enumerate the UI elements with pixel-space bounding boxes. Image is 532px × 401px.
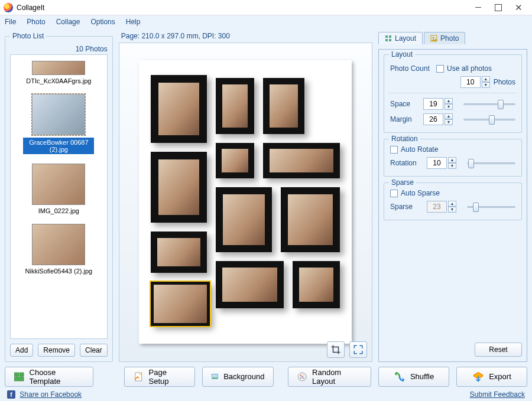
margin-input[interactable] [423, 113, 443, 125]
rotation-input[interactable] [427, 157, 447, 169]
spin-down-button[interactable]: ▼ [445, 119, 453, 125]
auto-sparse-checkbox[interactable]: Auto Sparse [390, 189, 515, 197]
window-title: CollageIt [17, 4, 44, 12]
shuffle-label: Shuffle [410, 372, 434, 381]
list-item[interactable]: GraceBowker 00687 (2).jpg [11, 90, 107, 160]
frame-photo [270, 149, 333, 172]
menu-help[interactable]: Help [126, 18, 141, 26]
photo-count-input[interactable] [460, 76, 481, 88]
frame-photo [222, 84, 248, 128]
spin-up-button: ▲ [448, 201, 456, 207]
photo-list-legend: Photo List [10, 32, 46, 40]
collage-frame[interactable] [293, 261, 340, 308]
thumbnail-image [32, 164, 85, 205]
spin-up-button[interactable]: ▲ [445, 113, 453, 119]
spin-down-button[interactable]: ▼ [448, 163, 456, 169]
spin-down-button[interactable]: ▼ [482, 82, 490, 88]
menu-options[interactable]: Options [90, 18, 115, 26]
share-facebook-link[interactable]: Share on Facebook [20, 390, 82, 399]
background-label: Background [223, 372, 264, 381]
svg-rect-7 [20, 373, 24, 376]
collage-frame[interactable] [151, 232, 207, 273]
use-all-photos-checkbox[interactable]: Use all photos [436, 64, 492, 73]
spin-down-button: ▼ [448, 207, 456, 213]
menu-collage[interactable]: Collage [56, 18, 80, 26]
collage-frame[interactable] [151, 75, 207, 143]
space-input[interactable] [423, 98, 443, 110]
page-setup-button[interactable]: Page Setup [124, 367, 195, 387]
sparse-group-legend: Sparse [389, 178, 416, 187]
spin-up-button[interactable]: ▲ [448, 157, 456, 163]
shuffle-button[interactable]: Shuffle [378, 367, 449, 387]
collage-frame[interactable] [151, 282, 210, 326]
collage-frame[interactable] [263, 143, 340, 178]
margin-slider[interactable] [463, 114, 515, 125]
svg-rect-0 [385, 35, 388, 38]
fit-screen-button[interactable] [349, 341, 367, 358]
svg-rect-2 [385, 39, 388, 41]
checkbox-icon [390, 190, 398, 197]
frame-photo [158, 83, 199, 135]
fullscreen-icon [353, 344, 364, 355]
bottom-toolbar: Choose Template Page Setup Background Ra… [5, 362, 527, 388]
frame-photo [157, 238, 200, 266]
submit-feedback-link[interactable]: Submit Feedback [470, 390, 525, 399]
auto-sparse-label: Auto Sparse [401, 189, 440, 197]
collage-frame[interactable] [281, 187, 340, 252]
background-button[interactable]: Background [202, 367, 274, 387]
layout-group: Layout Photo Count Use all photos ▲▼ [384, 54, 522, 133]
space-slider[interactable] [463, 99, 515, 109]
status-bar: f Share on Facebook Submit Feedback [5, 388, 527, 399]
collage-frame[interactable] [216, 261, 284, 308]
menu-photo[interactable]: Photo [27, 18, 45, 26]
collage-frame[interactable] [216, 78, 254, 134]
collage-page[interactable] [139, 60, 352, 344]
clear-button[interactable]: Clear [80, 344, 108, 357]
photo-list[interactable]: DTIc_KcX0AAFgrs.jpgGraceBowker 00687 (2)… [10, 54, 108, 339]
export-button[interactable]: Export [456, 367, 527, 387]
svg-rect-1 [389, 35, 391, 38]
svg-rect-8 [15, 377, 24, 380]
svg-point-17 [301, 376, 303, 377]
photo-count-field-label: Photo Count [390, 64, 432, 73]
tab-layout[interactable]: Layout [378, 32, 423, 44]
list-item[interactable]: NikkiSofie05443 (2).jpg [11, 220, 107, 281]
collage-frame[interactable] [216, 143, 254, 178]
spin-up-button[interactable]: ▲ [445, 98, 453, 104]
collage-frame[interactable] [216, 187, 272, 252]
spin-down-button[interactable]: ▼ [445, 104, 453, 110]
maximize-button[interactable] [488, 1, 508, 14]
svg-rect-3 [389, 39, 391, 41]
menu-bar: File Photo Collage Options Help [0, 15, 532, 28]
photos-unit-label: Photos [494, 78, 515, 86]
close-button[interactable]: ✕ [508, 1, 528, 14]
app-logo-icon [4, 3, 13, 12]
layout-icon [385, 35, 392, 42]
remove-button[interactable]: Remove [38, 344, 75, 357]
list-item[interactable]: DTIc_KcX0AAFgrs.jpg [11, 57, 107, 90]
random-layout-button[interactable]: Random Layout [288, 367, 371, 387]
tab-photo[interactable]: Photo [424, 32, 465, 44]
auto-rotate-checkbox[interactable]: Auto Rotate [390, 145, 515, 154]
photo-icon [430, 35, 437, 42]
choose-template-label: Choose Template [30, 368, 85, 386]
export-icon [472, 371, 484, 383]
add-button[interactable]: Add [10, 344, 33, 357]
list-item[interactable]: IMG_0222.jpg [11, 160, 107, 220]
template-icon [14, 371, 25, 383]
canvas-area[interactable] [119, 43, 372, 362]
collage-frame[interactable] [151, 152, 207, 223]
space-label: Space [390, 100, 419, 108]
rotation-slider[interactable] [467, 158, 515, 168]
page-setup-label: Page Setup [149, 368, 186, 386]
collage-frame[interactable] [263, 78, 304, 134]
minimize-button[interactable] [468, 1, 488, 14]
choose-template-button[interactable]: Choose Template [5, 367, 93, 387]
spin-up-button[interactable]: ▲ [482, 76, 490, 82]
frame-photo [154, 285, 207, 323]
svg-point-11 [213, 375, 215, 376]
menu-file[interactable]: File [5, 18, 16, 26]
reset-button[interactable]: Reset [475, 343, 522, 357]
crop-tool-button[interactable] [327, 341, 345, 358]
frame-photo [222, 268, 277, 302]
